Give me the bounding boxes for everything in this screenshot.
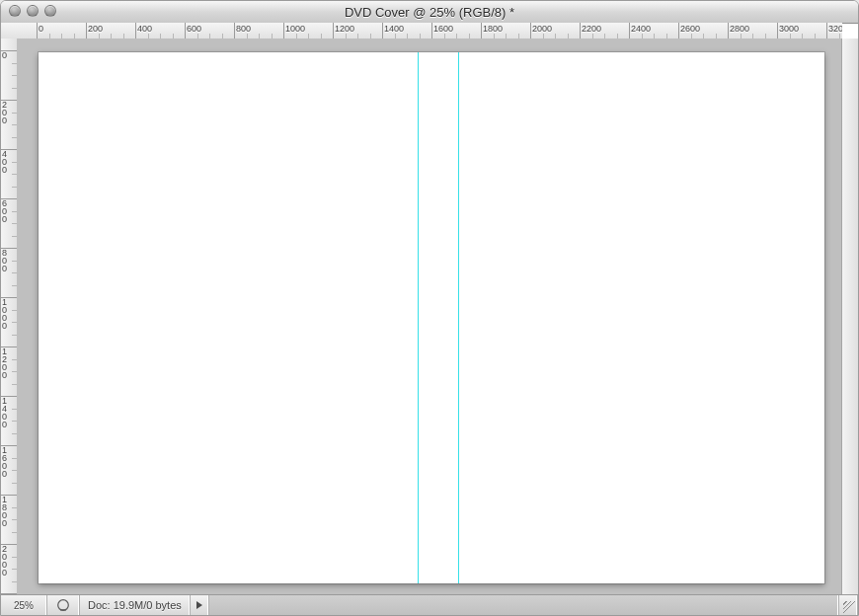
canvas-viewport[interactable] (17, 38, 842, 595)
file-info-icon (56, 598, 70, 612)
zoom-value: 25% (14, 600, 34, 611)
document-canvas[interactable] (39, 52, 824, 583)
svg-point-0 (58, 600, 69, 611)
window-title: DVD Cover @ 25% (RGB/8) * (1, 5, 858, 20)
status-bar: 25% Doc: 19.9M/0 bytes (1, 594, 858, 615)
window-controls (9, 5, 56, 17)
close-icon[interactable] (9, 5, 21, 17)
vertical-scrollbar[interactable] (841, 38, 858, 595)
document-window: DVD Cover @ 25% (RGB/8) * 02004006008001… (0, 0, 859, 616)
horizontal-ruler[interactable]: 0200400600800100012001400160018002000220… (17, 23, 842, 39)
status-flyout-button[interactable] (191, 595, 209, 615)
resize-grip[interactable] (839, 595, 858, 615)
zoom-field[interactable]: 25% (1, 595, 47, 615)
ruler-origin[interactable] (1, 23, 18, 39)
vertical-guide[interactable] (458, 52, 459, 583)
minimize-icon[interactable] (27, 5, 39, 17)
flyout-arrow-icon (195, 600, 203, 610)
status-spacer (209, 595, 839, 615)
file-info-button[interactable] (47, 595, 80, 615)
doc-size-label[interactable]: Doc: 19.9M/0 bytes (80, 595, 191, 615)
vertical-guide[interactable] (418, 52, 419, 583)
zoom-icon[interactable] (44, 5, 56, 17)
titlebar[interactable]: DVD Cover @ 25% (RGB/8) * (1, 1, 858, 24)
workarea: 0200400600800100012001400160018002000220… (1, 23, 858, 595)
svg-rect-1 (60, 609, 66, 610)
vertical-ruler[interactable]: 0200400600800100012001400160018002000220… (1, 38, 18, 595)
